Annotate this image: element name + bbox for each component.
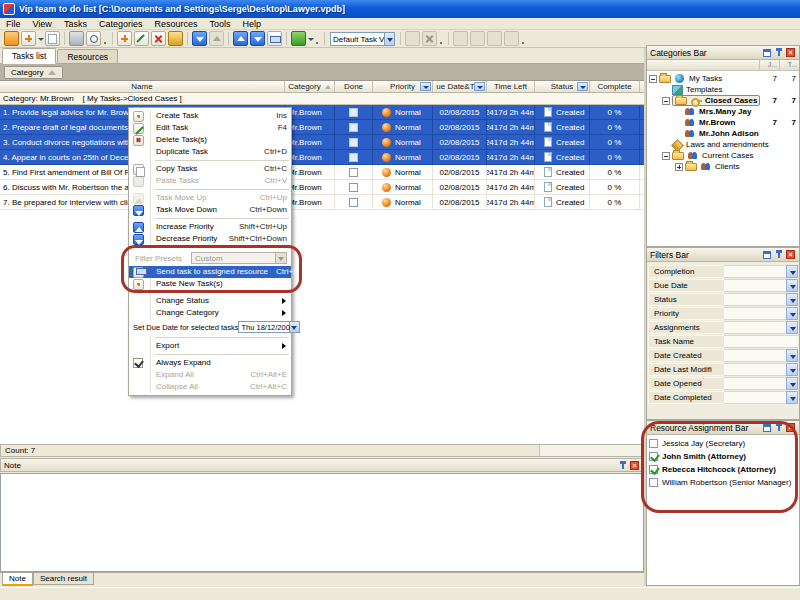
filter-value[interactable] [724, 307, 786, 320]
edit-task-icon[interactable] [134, 31, 149, 46]
pin-icon[interactable] [775, 423, 783, 432]
done-checkbox[interactable] [349, 108, 358, 117]
menu-resources[interactable]: Resources [148, 18, 203, 30]
toolbar-overflow-icon[interactable] [522, 42, 524, 44]
resource-item-john-smith-attorney[interactable]: John Smith (Attorney) [649, 450, 799, 463]
new-task-icon[interactable] [21, 31, 36, 46]
filter-dropdown-icon[interactable] [786, 321, 798, 334]
decrease-priority-icon[interactable] [250, 31, 265, 46]
filter-label[interactable]: Date Created [648, 349, 724, 362]
resource-item-william-robertson-senior-manager[interactable]: William Robertson (Senior Manager) [649, 476, 799, 489]
resource-checkbox[interactable] [649, 465, 658, 474]
filter-value[interactable] [724, 321, 786, 334]
done-checkbox[interactable] [349, 138, 358, 147]
tree-item-mrs-many-jay[interactable]: Mrs.Many Jay [647, 106, 799, 117]
filter-dropdown-icon[interactable] [786, 377, 798, 390]
tree-item-closed-cases[interactable]: Closed Cases77 [647, 95, 799, 106]
tree-item-my-tasks[interactable]: My Tasks77 [647, 73, 799, 84]
due-date-combo[interactable]: Thu 18/12/2008 [238, 321, 290, 333]
filter-value[interactable] [724, 349, 786, 362]
combo-dropdown-icon[interactable] [384, 32, 395, 46]
filter-value[interactable] [724, 293, 786, 306]
close-icon[interactable] [786, 423, 795, 432]
filter-label[interactable]: Date Opened [648, 377, 724, 390]
filter-dropdown-icon[interactable] [577, 82, 588, 91]
task-move-down-icon[interactable] [192, 31, 207, 46]
mail-icon[interactable] [504, 31, 519, 46]
done-checkbox[interactable] [349, 168, 358, 177]
context-menu-item-change-status[interactable]: Change Status [129, 295, 291, 307]
filter-dropdown-icon[interactable] [786, 279, 798, 292]
increase-priority-icon[interactable] [233, 31, 248, 46]
filter-dropdown-icon[interactable] [786, 391, 798, 404]
tab-tasks-list[interactable]: Tasks list [2, 48, 56, 64]
expand-icon[interactable] [675, 163, 683, 171]
complete-task-icon[interactable] [168, 31, 183, 46]
context-menu-item-change-category[interactable]: Change Category [129, 307, 291, 319]
resource-checkbox[interactable] [649, 478, 658, 487]
combo-dropdown-icon[interactable] [290, 321, 300, 333]
filter-value[interactable] [724, 279, 786, 292]
context-menu-item-increase-priority[interactable]: Increase PriorityShift+Ctrl+Up [129, 221, 291, 233]
filter-value[interactable] [724, 363, 786, 376]
column-header-time-left[interactable]: Time Left [487, 81, 535, 92]
task-row[interactable]: 6. Discuss with Mr. Robertson the amMr.B… [0, 180, 644, 195]
delete-task-icon[interactable] [151, 31, 166, 46]
duplicate-icon[interactable] [45, 31, 60, 46]
filter-value[interactable] [724, 377, 786, 390]
undock-icon[interactable] [763, 49, 771, 57]
create-task-icon[interactable] [117, 31, 132, 46]
column-header-name[interactable]: Name [0, 81, 285, 92]
tree-item-mr-brown[interactable]: Mr.Brown77 [647, 117, 799, 128]
collapse-icon[interactable] [662, 152, 670, 160]
bottom-tab-note[interactable]: Note [2, 573, 33, 586]
chart-icon[interactable] [487, 31, 502, 46]
menu-help[interactable]: Help [236, 18, 267, 30]
resource-item-rebecca-hitchcock-attorney[interactable]: Rebecca Hitchcock (Attorney) [649, 463, 799, 476]
send-task-icon[interactable] [267, 31, 282, 46]
context-menu-item-delete-task-s[interactable]: Delete Task(s) [129, 134, 291, 146]
filter-label[interactable]: Priority [648, 307, 724, 320]
context-menu-item-send-task-to-assigned-resource[interactable]: Send task to assigned resourceCtrl+I [129, 266, 291, 278]
filter-dropdown-icon[interactable] [786, 293, 798, 306]
column-header-priority[interactable]: Priority [373, 81, 433, 92]
print-preview-icon[interactable] [86, 31, 101, 46]
toolbar-dropdown-caret-icon[interactable] [307, 31, 314, 46]
toolbar-dropdown-caret-icon[interactable] [37, 31, 44, 46]
resource-checkbox[interactable] [649, 439, 658, 448]
filter-label[interactable]: Assignments [648, 321, 724, 334]
close-icon[interactable] [786, 48, 795, 57]
column-header-status[interactable]: Status [535, 81, 590, 92]
collapse-icon[interactable] [649, 75, 657, 83]
toolbar-overflow-icon[interactable] [316, 42, 318, 44]
menu-tasks[interactable]: Tasks [58, 18, 93, 30]
context-menu-item-decrease-priority[interactable]: Decrease PriorityShift+Ctrl+Down [129, 233, 291, 245]
report-icon[interactable] [453, 31, 468, 46]
filter-dropdown-icon[interactable] [474, 82, 485, 91]
done-checkbox[interactable] [349, 198, 358, 207]
toolbar-overflow-icon[interactable] [440, 42, 442, 44]
filter-dropdown-icon[interactable] [786, 363, 798, 376]
tree-item-templates[interactable]: Templates [647, 84, 799, 95]
context-menu-item-duplicate-task[interactable]: Duplicate TaskCtrl+D [129, 146, 291, 158]
new-database-icon[interactable] [4, 31, 19, 46]
filter-dropdown-icon[interactable] [420, 82, 431, 91]
context-menu-item-export[interactable]: Export [129, 340, 291, 352]
column-header-ue-date-tim[interactable]: ue Date&Tim [433, 81, 487, 92]
go-icon[interactable] [291, 31, 306, 46]
tree-item-clients[interactable]: Clients [647, 161, 799, 172]
pin-icon[interactable] [775, 48, 783, 57]
pin-icon[interactable] [619, 461, 627, 470]
filter-label[interactable]: Date Last Modifi [648, 363, 724, 376]
bottom-tab-search-result[interactable]: Search result [33, 573, 94, 585]
menu-view[interactable]: View [27, 18, 58, 30]
context-menu-item-edit-task[interactable]: Edit TaskF4 [129, 122, 291, 134]
column-header-complete[interactable]: Complete [590, 81, 640, 92]
task-group-row[interactable]: Category: Mr.Brown [ My Tasks->Closed Ca… [0, 93, 644, 105]
task-move-up-icon[interactable] [209, 31, 224, 46]
undock-icon[interactable] [763, 251, 771, 259]
menu-tools[interactable]: Tools [203, 18, 236, 30]
menu-file[interactable]: File [0, 18, 27, 30]
context-menu-item-always-expand[interactable]: Always Expand [129, 357, 291, 369]
print-icon[interactable] [69, 31, 84, 46]
